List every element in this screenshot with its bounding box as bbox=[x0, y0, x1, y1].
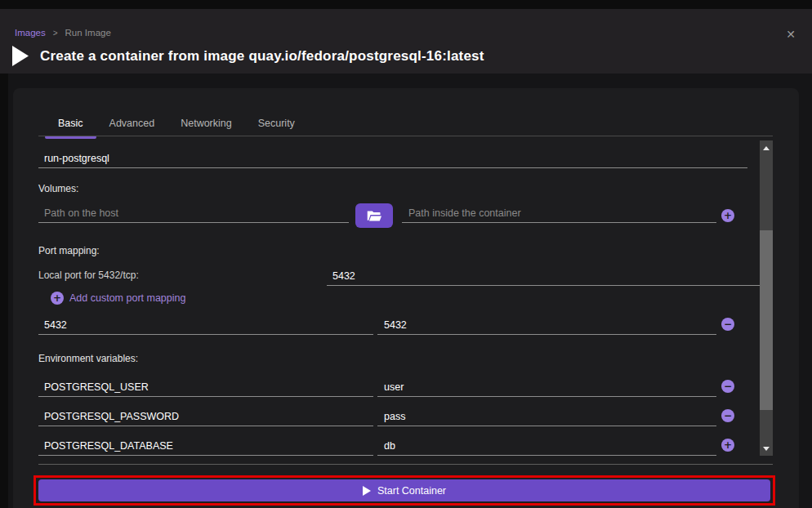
scrollbar-thumb[interactable] bbox=[760, 230, 773, 410]
breadcrumb-current: Run Image bbox=[65, 28, 111, 38]
env-value-input-database[interactable] bbox=[377, 436, 716, 456]
page-header: Images > Run Image ✕ Create a container … bbox=[0, 9, 812, 74]
env-key-input-database[interactable] bbox=[38, 436, 373, 456]
remove-env-user-icon[interactable]: − bbox=[721, 380, 734, 393]
close-icon[interactable]: ✕ bbox=[783, 26, 799, 42]
remove-env-password-icon[interactable]: − bbox=[721, 409, 734, 422]
remove-port-icon[interactable]: − bbox=[721, 318, 734, 331]
play-icon bbox=[11, 45, 29, 67]
plus-circle-icon: + bbox=[51, 292, 64, 305]
env-key-input-user[interactable] bbox=[38, 377, 373, 397]
page-title: Create a container from image quay.io/fe… bbox=[40, 48, 484, 65]
tab-advanced[interactable]: Advanced bbox=[96, 111, 168, 136]
env-value-input-user[interactable] bbox=[377, 377, 716, 397]
content-area: Basic Advanced Networking Security Volum… bbox=[8, 74, 812, 508]
form-scrollbar[interactable] bbox=[760, 140, 773, 456]
add-custom-port-label: Add custom port mapping bbox=[69, 292, 185, 304]
env-variables-label: Environment variables: bbox=[38, 353, 138, 364]
tab-security[interactable]: Security bbox=[245, 111, 308, 136]
run-image-page: Images > Run Image ✕ Create a container … bbox=[0, 0, 812, 508]
tab-bar: Basic Advanced Networking Security bbox=[45, 111, 308, 136]
custom-port-host-input[interactable] bbox=[38, 315, 373, 335]
tabs-divider bbox=[38, 136, 773, 136]
scroll-up-icon bbox=[763, 146, 770, 150]
container-path-input[interactable] bbox=[402, 203, 716, 223]
breadcrumb-images-link[interactable]: Images bbox=[15, 28, 46, 38]
local-port-input[interactable] bbox=[327, 266, 766, 286]
breadcrumb: Images > Run Image bbox=[15, 28, 111, 38]
title-row: Create a container from image quay.io/fe… bbox=[11, 45, 484, 67]
footer-divider bbox=[38, 464, 773, 465]
browse-folder-button[interactable] bbox=[355, 203, 393, 228]
tab-networking[interactable]: Networking bbox=[167, 111, 245, 136]
start-container-label: Start Container bbox=[377, 485, 446, 497]
start-play-icon bbox=[363, 486, 371, 496]
folder-icon bbox=[367, 210, 381, 222]
add-custom-port-link[interactable]: + Add custom port mapping bbox=[51, 292, 185, 305]
local-port-label: Local port for 5432/tcp: bbox=[38, 270, 139, 281]
env-value-input-password[interactable] bbox=[377, 407, 716, 426]
port-mapping-label: Port mapping: bbox=[38, 245, 100, 256]
volumes-label: Volumes: bbox=[38, 183, 78, 194]
host-path-input[interactable] bbox=[38, 203, 349, 223]
container-name-input[interactable] bbox=[38, 149, 747, 168]
custom-port-container-input[interactable] bbox=[377, 315, 716, 335]
breadcrumb-separator: > bbox=[53, 29, 58, 38]
add-env-icon[interactable]: + bbox=[721, 439, 734, 452]
env-key-input-password[interactable] bbox=[38, 407, 373, 426]
add-volume-icon[interactable]: + bbox=[721, 209, 734, 222]
tab-basic[interactable]: Basic bbox=[45, 111, 96, 136]
scroll-down-button[interactable] bbox=[760, 443, 773, 454]
start-container-button[interactable]: Start Container bbox=[38, 479, 770, 501]
scroll-down-icon bbox=[763, 447, 770, 451]
scroll-up-button[interactable] bbox=[760, 142, 773, 154]
run-image-form-card: Basic Advanced Networking Security Volum… bbox=[13, 88, 799, 508]
